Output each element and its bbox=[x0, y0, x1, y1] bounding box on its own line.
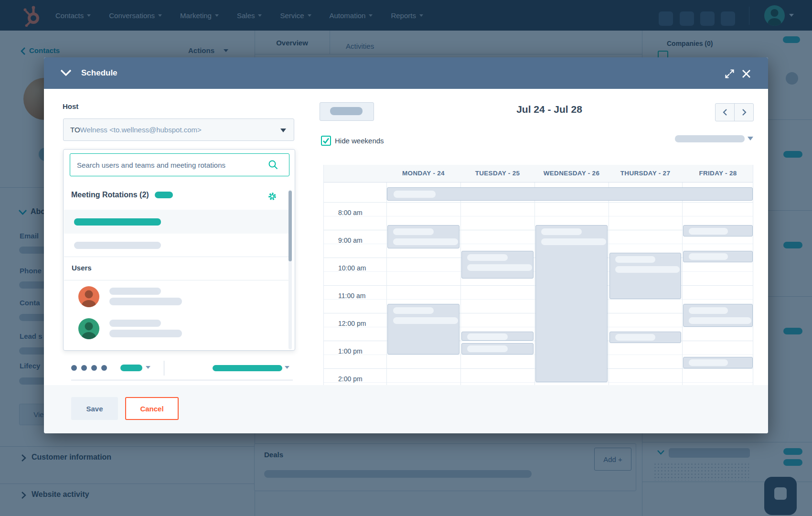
page-size-skeleton[interactable] bbox=[120, 365, 142, 371]
host-prefix: TO bbox=[70, 126, 80, 134]
prev-week-button[interactable] bbox=[716, 104, 735, 121]
event-text-skeleton bbox=[393, 317, 458, 324]
time-label: 2:00 pm bbox=[338, 375, 363, 383]
pager-dot[interactable] bbox=[81, 365, 87, 371]
time-label: 12:00 pm bbox=[338, 320, 366, 327]
time-label: 8:00 am bbox=[338, 209, 363, 216]
rotations-heading-row: Meeting Rotations (2) bbox=[71, 191, 173, 199]
event-text-skeleton bbox=[689, 253, 728, 260]
expand-modal-icon[interactable] bbox=[725, 69, 735, 79]
hide-weekends-checkbox[interactable] bbox=[321, 136, 331, 146]
event-title-skeleton bbox=[394, 191, 436, 198]
column-line bbox=[460, 183, 461, 385]
calendar-event[interactable] bbox=[683, 225, 753, 236]
panel-scrollbar-thumb[interactable] bbox=[288, 191, 292, 261]
calendar-event[interactable] bbox=[387, 304, 459, 355]
pager-dot[interactable] bbox=[71, 365, 77, 371]
event-text-skeleton bbox=[615, 256, 655, 263]
event-text-skeleton bbox=[467, 333, 508, 340]
page-size-caret-icon[interactable] bbox=[146, 366, 150, 369]
calendar-event[interactable] bbox=[387, 225, 459, 248]
calendar-header-row: MONDAY - 24TUESDAY - 25WEDNESDAY - 26THU… bbox=[324, 165, 753, 183]
cancel-button[interactable]: Cancel bbox=[125, 397, 179, 420]
link-caret-icon[interactable] bbox=[285, 366, 289, 369]
event-text-skeleton bbox=[541, 238, 606, 245]
today-label-skeleton bbox=[330, 107, 363, 115]
event-text-skeleton bbox=[393, 307, 434, 314]
all-day-event[interactable] bbox=[387, 187, 753, 201]
schedule-modal: Schedule Host TO Welness <to.wellness@hu… bbox=[44, 57, 768, 433]
day-header: THURSDAY - 27 bbox=[620, 170, 670, 177]
today-button-skeleton[interactable] bbox=[320, 102, 374, 121]
hour-line bbox=[324, 202, 753, 203]
day-header: MONDAY - 24 bbox=[402, 170, 445, 177]
time-label: 10:00 am bbox=[338, 264, 366, 272]
user-name-skeleton bbox=[109, 320, 161, 327]
calendar-date-range: Jul 24 - Jul 28 bbox=[478, 104, 621, 115]
timezone-skeleton[interactable] bbox=[675, 135, 745, 142]
calendar-event[interactable] bbox=[461, 343, 534, 355]
calendar-event[interactable] bbox=[609, 332, 681, 343]
calendar-event[interactable] bbox=[461, 251, 534, 279]
user-avatar bbox=[78, 286, 99, 307]
calendar-event[interactable] bbox=[683, 251, 753, 262]
close-modal-icon[interactable] bbox=[741, 69, 751, 79]
modal-header: Schedule bbox=[44, 57, 768, 89]
event-text-skeleton bbox=[689, 359, 728, 366]
event-text-skeleton bbox=[615, 266, 680, 273]
user-email-skeleton bbox=[109, 330, 182, 337]
rotation-name-skeleton bbox=[74, 218, 161, 226]
form-divider bbox=[71, 380, 293, 380]
column-line bbox=[534, 183, 535, 385]
link-skeleton[interactable] bbox=[213, 365, 282, 371]
list-divider bbox=[64, 280, 289, 280]
event-text-skeleton bbox=[689, 228, 728, 235]
rotation-option[interactable] bbox=[64, 234, 289, 257]
host-label: Host bbox=[63, 102, 78, 110]
users-heading: Users bbox=[72, 264, 92, 272]
calendar-nav bbox=[715, 103, 754, 121]
event-text-skeleton bbox=[467, 345, 508, 352]
save-button[interactable]: Save bbox=[71, 397, 118, 420]
time-label: 9:00 am bbox=[338, 236, 363, 244]
event-text-skeleton bbox=[689, 317, 751, 324]
host-picker-panel: Meeting Rotations (2) Users bbox=[63, 149, 295, 351]
calendar-event[interactable] bbox=[609, 253, 681, 299]
collapse-modal-icon[interactable] bbox=[60, 69, 72, 76]
user-avatar bbox=[78, 318, 99, 339]
day-header: WEDNESDAY - 26 bbox=[544, 170, 600, 177]
pager-dot[interactable] bbox=[101, 365, 107, 371]
user-email-skeleton bbox=[109, 298, 182, 305]
event-text-skeleton bbox=[615, 334, 655, 341]
column-line bbox=[386, 183, 387, 385]
calendar-event[interactable] bbox=[461, 332, 534, 341]
calendar-event[interactable] bbox=[683, 304, 753, 327]
next-week-button[interactable] bbox=[735, 104, 753, 121]
event-text-skeleton bbox=[541, 228, 582, 235]
calendar-event[interactable] bbox=[683, 357, 753, 368]
column-line bbox=[609, 183, 609, 385]
calendar-event[interactable] bbox=[535, 225, 608, 382]
pager-dot[interactable] bbox=[91, 365, 97, 371]
modal-title: Schedule bbox=[81, 68, 118, 78]
search-input[interactable] bbox=[70, 153, 289, 176]
day-header: TUESDAY - 25 bbox=[475, 170, 520, 177]
user-name-skeleton bbox=[109, 288, 161, 295]
time-label: 1:00 pm bbox=[338, 347, 363, 355]
checkmark-icon bbox=[322, 137, 330, 145]
rotation-name-skeleton bbox=[74, 242, 161, 249]
event-text-skeleton bbox=[689, 307, 728, 314]
half-hour-line bbox=[324, 216, 753, 216]
host-select[interactable]: TO Welness <to.wellness@hubspot.com> bbox=[63, 118, 294, 141]
rotation-option-selected[interactable] bbox=[64, 210, 289, 234]
pager-divider bbox=[164, 361, 164, 376]
time-label: 11:00 am bbox=[338, 292, 365, 300]
timezone-caret-icon[interactable] bbox=[748, 137, 753, 140]
host-select-caret-icon bbox=[280, 129, 286, 132]
list-divider bbox=[64, 257, 289, 257]
event-text-skeleton bbox=[393, 228, 434, 235]
calendar-grid: MONDAY - 24TUESDAY - 25WEDNESDAY - 26THU… bbox=[323, 165, 753, 385]
day-header: FRIDAY - 28 bbox=[699, 170, 737, 177]
screen: ContactsConversationsMarketingSalesServi… bbox=[0, 0, 812, 516]
gear-icon[interactable] bbox=[267, 192, 277, 201]
